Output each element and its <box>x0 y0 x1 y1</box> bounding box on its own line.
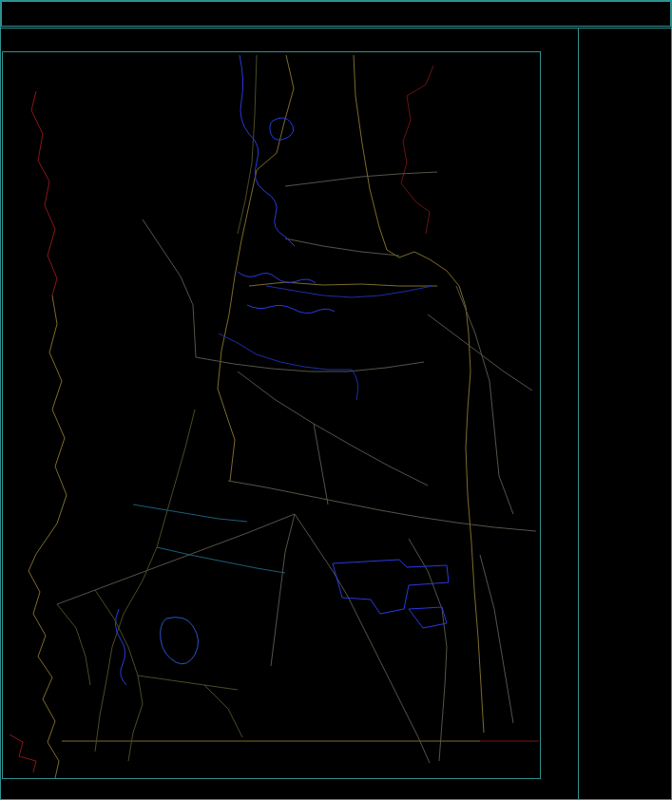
content-area <box>1 28 671 800</box>
radar-app-window <box>0 0 672 800</box>
map-pane <box>1 29 578 800</box>
window-title <box>1 1 671 27</box>
bottom-km-axis <box>1 778 578 800</box>
dbz-colorbar <box>585 74 614 454</box>
status-row <box>1 29 578 51</box>
map-labels-layer <box>3 52 540 778</box>
radar-map <box>2 51 541 779</box>
legend-panel <box>579 29 671 800</box>
